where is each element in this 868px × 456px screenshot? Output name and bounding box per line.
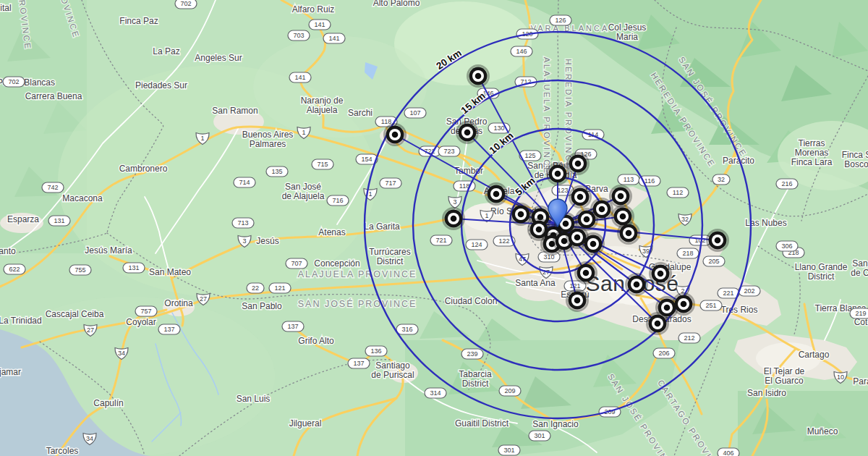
route-shield-number: 116: [644, 177, 655, 185]
poi-marker[interactable]: [610, 186, 631, 207]
route-shield: 406: [718, 448, 739, 456]
route-shield-number: 141: [314, 21, 325, 28]
place-label: SAN JOSÉ PROVINCE: [298, 298, 417, 309]
place-label: Sarchi: [348, 108, 373, 118]
poi-marker[interactable]: [568, 153, 589, 174]
route-shield: 136: [365, 346, 387, 356]
route-shield: 755: [69, 265, 91, 275]
poi-marker[interactable]: [576, 263, 597, 284]
route-shield-number: 714: [239, 179, 250, 186]
route-shield-number: 10: [837, 373, 844, 381]
route-shield-number: 126: [555, 17, 566, 24]
poi-marker[interactable]: [618, 223, 639, 244]
route-shield: 121: [269, 283, 291, 293]
poi-marker-dot: [626, 230, 632, 237]
poi-marker-dot: [574, 235, 581, 241]
route-shield-number: 715: [317, 161, 328, 168]
route-shield-number: 27: [200, 295, 207, 303]
place-label: San Joséde Alajuela: [282, 182, 325, 201]
route-shield-number: 32: [718, 176, 725, 183]
poi-marker-dot: [584, 216, 590, 223]
place-label: Llano GrandeDistrict: [795, 262, 848, 282]
poi-marker-dot: [475, 73, 482, 80]
place-label: ALAJUELA PROVINCE: [298, 269, 417, 279]
poi-marker[interactable]: [511, 204, 532, 225]
poi-marker[interactable]: [650, 263, 671, 284]
poi-marker-dot: [555, 171, 561, 177]
poi-marker[interactable]: [707, 230, 728, 251]
place-label: La Trinidad: [0, 316, 42, 326]
poi-marker-dot: [620, 214, 626, 220]
poi-marker-dot: [590, 241, 597, 248]
route-shield: 131: [48, 216, 70, 226]
poi-marker-dot: [715, 237, 721, 244]
place-label: San Luis: [237, 394, 271, 404]
route-shield-number: 1: [302, 129, 305, 136]
route-shield: 715: [312, 159, 333, 169]
poi-marker-dot: [655, 321, 661, 327]
route-shield: 141: [323, 33, 345, 43]
poi-marker[interactable]: [647, 313, 668, 334]
poi-marker[interactable]: [583, 234, 604, 255]
poi-marker[interactable]: [457, 122, 478, 143]
route-shield-number: 1: [485, 212, 488, 219]
poi-marker[interactable]: [548, 164, 569, 185]
route-shield-number: 406: [723, 449, 733, 456]
poi-marker[interactable]: [385, 124, 406, 145]
route-shield-number: 216: [781, 180, 792, 187]
map-canvas[interactable]: Finca PazLa PazAngeles SurPiedades SurPe…: [0, 0, 868, 456]
place-label: Coyolar: [126, 317, 156, 327]
poi-marker[interactable]: [443, 208, 464, 229]
province-label-rotated: HEREDIA PROVINCE: [564, 59, 573, 170]
place-label: Finca SBosco: [842, 150, 868, 169]
place-label: VARA BLANCA: [531, 24, 610, 33]
map-viewport[interactable]: Finca PazLa PazAngeles SurPiedades SurPe…: [0, 0, 868, 456]
route-shield: 251: [700, 300, 722, 311]
route-shield-number: 27: [87, 326, 94, 334]
route-shield: 124: [466, 240, 488, 250]
route-shield: 707: [286, 258, 307, 269]
route-shield-number: 135: [271, 168, 282, 175]
place-label: Tarcoles: [46, 446, 79, 456]
route-shield-number: 306: [781, 242, 792, 250]
poi-marker[interactable]: [576, 209, 597, 230]
route-shield: 209: [499, 386, 521, 396]
route-shield: 107: [404, 108, 426, 118]
province-boundary: [794, 274, 800, 334]
route-shield-number: 34: [118, 350, 125, 357]
poi-marker[interactable]: [486, 184, 507, 205]
route-shield: 113: [618, 174, 639, 185]
route-shield: 206: [653, 348, 675, 358]
poi-marker[interactable]: [567, 290, 588, 311]
route-shield: 757: [135, 306, 157, 316]
place-label: ital: [0, 3, 11, 13]
place-label: jamar: [0, 367, 21, 377]
poi-marker-dot: [583, 270, 590, 276]
poi-marker[interactable]: [570, 187, 591, 208]
place-label: San Ramon: [212, 106, 258, 116]
route-shield: 702: [3, 77, 25, 87]
place-label: Guaitil District: [455, 418, 509, 428]
route-shield-number: 137: [353, 360, 364, 367]
route-shield: 212: [678, 333, 700, 343]
route-shield-number: 122: [498, 237, 509, 245]
place-label: La Garita: [364, 221, 400, 232]
poi-marker-dot: [658, 271, 664, 277]
poi-marker[interactable]: [673, 294, 694, 315]
route-shield: 717: [380, 178, 401, 188]
poi-marker[interactable]: [468, 66, 489, 87]
poi-marker-dot: [575, 161, 582, 167]
poi-marker-dot: [536, 227, 542, 233]
place-label: Carrera Buena: [25, 91, 82, 101]
poi-marker[interactable]: [626, 274, 647, 295]
route-shield: 239: [461, 349, 483, 359]
route-shield: 137: [282, 321, 304, 332]
place-label: Capulín: [93, 398, 123, 408]
route-shield-number: 22: [252, 284, 259, 292]
radius-ring-label: 15 km: [459, 90, 488, 117]
place-label: Muñeco: [807, 426, 838, 436]
route-shield-number: 125: [524, 152, 535, 159]
route-shield-number: 107: [409, 109, 420, 117]
route-shield: 721: [430, 235, 452, 245]
route-shield: 742: [42, 182, 64, 193]
